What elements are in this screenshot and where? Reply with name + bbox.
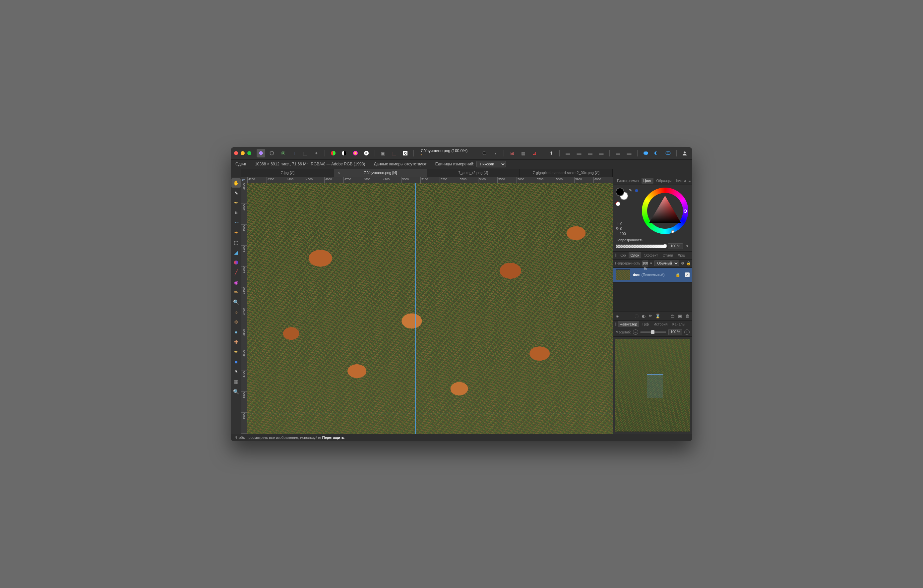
marquee-tool-icon[interactable]: ▢ xyxy=(232,238,241,247)
panel-menu-icon[interactable]: ≡ xyxy=(688,179,691,182)
arrange-forward-icon[interactable]: ▬ xyxy=(586,149,595,158)
layer-opacity-dropdown-icon[interactable]: ▾ xyxy=(650,261,652,266)
panel-tab-history[interactable]: История xyxy=(652,321,670,327)
arrange-backward-icon[interactable]: ▬ xyxy=(575,149,583,158)
view-tool-icon[interactable]: 🔍 xyxy=(232,387,241,396)
flood-select-tool-icon[interactable]: ✦ xyxy=(232,228,241,237)
layer-blend-ranges-icon[interactable]: ◈ xyxy=(616,314,619,319)
arrange-back-icon[interactable]: ▬ xyxy=(563,149,572,158)
panel-tab-layers[interactable]: Слои xyxy=(629,252,642,258)
layer-row[interactable]: Фон (Пиксельный) 🔒 ✓ xyxy=(613,268,692,283)
panel-tab-swatches[interactable]: Образцы xyxy=(654,177,673,184)
move-tool-icon[interactable]: ⬉ xyxy=(232,188,241,197)
units-select[interactable]: Пиксели xyxy=(476,161,506,168)
boolean-add-icon[interactable] xyxy=(642,149,650,158)
add-live-filter-icon[interactable]: ⌛ xyxy=(655,314,660,319)
view-dropdown-icon[interactable]: ▾ xyxy=(491,149,500,158)
panel-tab-transform[interactable]: Трф xyxy=(640,321,651,327)
zoom-in-button[interactable]: + xyxy=(684,330,690,335)
maximize-window-button[interactable] xyxy=(247,151,251,155)
account-icon[interactable] xyxy=(681,149,689,158)
zoom-tool-icon[interactable]: 🔍 xyxy=(232,298,241,307)
document-tab[interactable]: 7-gigapixel-standard-scale-2_00x.png [И] xyxy=(520,169,613,177)
opacity-slider[interactable] xyxy=(616,245,666,248)
zoom-slider[interactable] xyxy=(640,332,667,333)
navigator-viewport[interactable] xyxy=(647,374,664,398)
panel-tab-effects[interactable]: Эффект xyxy=(642,252,660,258)
close-tab-icon[interactable]: × xyxy=(338,170,340,175)
adjustment-bw-icon[interactable] xyxy=(340,149,348,158)
clone-tool-icon[interactable]: ⟐ xyxy=(232,307,241,317)
close-window-button[interactable] xyxy=(234,151,238,155)
layer-lock-indicator-icon[interactable]: 🔒 xyxy=(675,273,680,277)
no-color-swatch[interactable] xyxy=(616,202,620,206)
adjustment-wb-icon[interactable] xyxy=(329,149,338,158)
document-tab[interactable]: 7_auto_x2.png [И] xyxy=(427,169,520,177)
align-left-icon[interactable]: ▬ xyxy=(614,149,622,158)
primary-color-swatch[interactable] xyxy=(616,187,624,196)
align-center-icon[interactable]: ▬ xyxy=(625,149,634,158)
adjustment-levels-icon[interactable] xyxy=(362,149,371,158)
document-tab[interactable]: 7.jpg [И] xyxy=(241,169,334,177)
eyedropper-icon[interactable]: ✎ xyxy=(629,188,632,192)
vertical-guide[interactable] xyxy=(416,183,416,434)
layer-settings-icon[interactable]: ⚙ xyxy=(681,261,684,266)
shape-tool-icon[interactable]: ■ xyxy=(232,357,241,366)
document-tab[interactable]: ×7-Улучшено.png [И] xyxy=(334,169,427,177)
minimize-window-button[interactable] xyxy=(241,151,245,155)
selection-brush-tool-icon[interactable]: 〰 xyxy=(232,218,241,227)
delete-layer-icon[interactable]: 🗑 xyxy=(685,314,690,319)
crop-tool-icon[interactable]: ⌗ xyxy=(232,208,241,217)
quick-mask-icon[interactable]: Q xyxy=(401,149,410,158)
selection-marquee-icon[interactable]: ▣ xyxy=(379,149,388,158)
persona-develop-icon[interactable] xyxy=(279,149,287,158)
zoom-out-button[interactable]: − xyxy=(633,330,638,335)
boolean-intersect-icon[interactable] xyxy=(664,149,672,158)
color-picker-tool-icon[interactable]: ✒ xyxy=(232,198,241,207)
assistant-icon[interactable]: ⬍ xyxy=(547,149,556,158)
view-mode-icon[interactable] xyxy=(480,149,489,158)
guides-icon[interactable]: ▦ xyxy=(519,149,528,158)
erase-tool-icon[interactable]: ✏ xyxy=(232,288,241,297)
snapping-icon[interactable]: ⊿ xyxy=(530,149,539,158)
panel-tab-channels[interactable]: Каналы xyxy=(670,321,687,327)
hue-indicator[interactable] xyxy=(684,209,687,213)
adjustment-hsl-icon[interactable] xyxy=(351,149,360,158)
blend-mode-select[interactable]: Обычный xyxy=(654,261,679,266)
hand-tool-icon[interactable]: ✋ xyxy=(232,178,241,187)
horizontal-guide[interactable] xyxy=(247,414,613,414)
panel-tab-adjustments[interactable]: Кор xyxy=(618,252,628,258)
add-adjustment-icon[interactable]: ◐ xyxy=(642,314,645,319)
persona-tone-icon[interactable]: ⫼ xyxy=(290,149,299,158)
canvas[interactable] xyxy=(247,183,613,434)
pen-tool-icon[interactable]: ✒ xyxy=(232,347,241,356)
paint-brush-tool-icon[interactable]: ╱ xyxy=(232,268,241,277)
healing-tool-icon[interactable]: ✚ xyxy=(232,337,241,347)
mesh-warp-tool-icon[interactable]: ▦ xyxy=(232,377,241,386)
navigator-thumbnail[interactable] xyxy=(615,339,690,432)
layers-empty-area[interactable] xyxy=(613,283,692,312)
horizontal-ruler[interactable]: px 4200430044004500460047004800490050005… xyxy=(241,177,613,183)
selection-refine-icon[interactable]: ⬚ xyxy=(390,149,399,158)
panel-tab-brushes[interactable]: Кисти xyxy=(674,177,688,184)
panel-tab-navigator[interactable]: Навигатор xyxy=(618,321,639,327)
paint-mixer-tool-icon[interactable]: ◉ xyxy=(232,278,241,287)
gradient-tool-icon[interactable] xyxy=(232,258,241,267)
persona-liquify-icon[interactable] xyxy=(268,149,276,158)
add-layer-icon[interactable]: ▣ xyxy=(678,314,682,319)
layer-visibility-checkbox[interactable]: ✓ xyxy=(685,273,690,277)
persona-photo-icon[interactable] xyxy=(256,149,265,158)
dodge-tool-icon[interactable]: ● xyxy=(232,327,241,337)
vertical-ruler[interactable]: 2800290030003100320033003400350036003700… xyxy=(241,183,247,434)
flood-fill-tool-icon[interactable]: ◢ xyxy=(232,248,241,257)
arrange-front-icon[interactable]: ▬ xyxy=(597,149,606,158)
layer-opacity-input[interactable]: 100 % xyxy=(642,261,649,266)
add-group-icon[interactable]: 🗀 xyxy=(670,314,675,319)
opacity-value-input[interactable]: 100 % xyxy=(668,243,683,249)
recent-color-swatch[interactable] xyxy=(635,189,638,192)
boolean-subtract-icon[interactable] xyxy=(653,149,662,158)
text-tool-icon[interactable]: A xyxy=(232,367,241,376)
sl-indicator[interactable] xyxy=(671,230,674,233)
persona-astro-icon[interactable]: ✦ xyxy=(312,149,321,158)
panel-tab-stock[interactable]: Хрщ xyxy=(676,252,687,258)
